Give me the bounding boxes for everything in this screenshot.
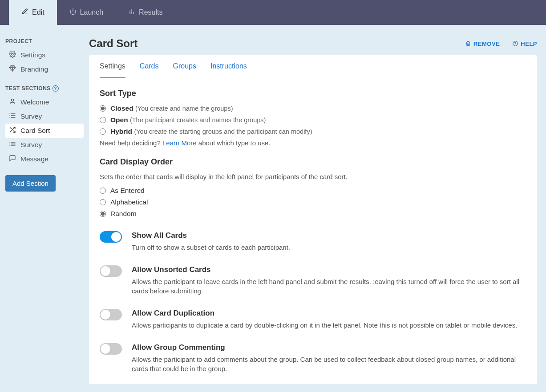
radio-closed[interactable]: Closed (You create and name the groups) — [100, 104, 526, 112]
radio-input-entered[interactable] — [100, 188, 106, 194]
radio-random[interactable]: Random — [100, 210, 526, 218]
sidebar-item-message[interactable]: Message — [5, 152, 84, 166]
toggle-title-unsorted: Allow Unsorted Cards — [132, 265, 526, 274]
power-icon — [69, 8, 77, 17]
radio-open[interactable]: Open (The participant creates and names … — [100, 116, 526, 124]
toggle-row-commenting: Allow Group CommentingAllows the partici… — [100, 343, 526, 373]
shuffle-icon — [9, 126, 16, 135]
list-icon — [9, 140, 16, 149]
tab-cards[interactable]: Cards — [140, 55, 159, 78]
display-order-heading: Card Display Order — [100, 157, 526, 167]
help-button[interactable]: HELP — [512, 40, 537, 47]
svg-point-1 — [11, 99, 13, 101]
radio-input-closed[interactable] — [100, 105, 106, 112]
trash-icon — [465, 40, 471, 47]
section-display-order: Card Display Order Sets the order that c… — [100, 157, 526, 218]
sidebar-item-welcome[interactable]: Welcome — [5, 95, 84, 109]
sort-type-help: Need help deciding? Learn More about whi… — [100, 139, 526, 147]
toggle-row-duplication: Allow Card DuplicationAllows participant… — [100, 309, 526, 330]
sort-type-heading: Sort Type — [100, 89, 526, 98]
radio-hybrid[interactable]: Hybrid (You create the starting groups a… — [100, 128, 526, 136]
radio-alpha[interactable]: Alphabetical — [100, 198, 526, 206]
toggle-desc-unsorted: Allows the participant to leave cards in… — [132, 277, 526, 296]
topnav-edit[interactable]: Edit — [9, 0, 57, 25]
tabs: SettingsCardsGroupsInstructions — [100, 55, 526, 78]
gear-icon — [9, 51, 16, 60]
toggle-title-duplication: Allow Card Duplication — [132, 309, 517, 318]
list-icon — [9, 112, 16, 121]
bars-icon — [128, 8, 135, 17]
sidebar-heading-project: PROJECT — [5, 38, 84, 44]
remove-button[interactable]: REMOVE — [465, 40, 500, 47]
main-content: Card Sort REMOVE HELP SettingsCardsGroup… — [89, 25, 546, 392]
radio-input-hybrid[interactable] — [100, 128, 106, 135]
radio-input-alpha[interactable] — [100, 199, 106, 205]
sidebar-heading-sections: TEST SECTIONS ? — [5, 85, 84, 92]
sidebar-item-card sort[interactable]: Card Sort — [5, 124, 84, 138]
radio-input-open[interactable] — [100, 117, 106, 123]
add-section-button[interactable]: Add Section — [5, 175, 56, 192]
help-icon — [512, 40, 518, 47]
toggle-commenting[interactable] — [100, 343, 122, 355]
chat-icon — [9, 155, 16, 164]
tab-groups[interactable]: Groups — [173, 55, 196, 78]
learn-more-link[interactable]: Learn More — [162, 139, 197, 147]
sidebar: PROJECT SettingsBranding TEST SECTIONS ?… — [0, 25, 89, 392]
help-icon[interactable]: ? — [53, 85, 59, 92]
topnav-results[interactable]: Results — [116, 0, 175, 25]
radio-input-random[interactable] — [100, 211, 106, 217]
sidebar-item-settings[interactable]: Settings — [5, 48, 84, 62]
toggle-desc-commenting: Allows the participant to add comments a… — [132, 355, 526, 373]
page-title: Card Sort — [89, 37, 138, 50]
edit-icon — [21, 8, 28, 17]
diamond-icon — [9, 65, 16, 74]
toggle-desc-duplication: Allows participants to duplicate a card … — [132, 320, 517, 330]
person-icon — [9, 98, 16, 107]
tab-instructions[interactable]: Instructions — [210, 55, 247, 78]
radio-entered[interactable]: As Entered — [100, 187, 526, 195]
top-nav: EditLaunchResults — [0, 0, 546, 25]
toggle-duplication[interactable] — [100, 309, 122, 320]
tab-settings[interactable]: Settings — [100, 55, 125, 78]
display-order-desc: Sets the order that cards will display i… — [100, 173, 526, 180]
topnav-launch[interactable]: Launch — [57, 0, 116, 25]
svg-point-0 — [12, 53, 13, 55]
section-sort-type: Sort Type Closed (You create and name th… — [100, 89, 526, 147]
sidebar-item-survey[interactable]: Survey — [5, 138, 84, 152]
toggle-row-unsorted: Allow Unsorted CardsAllows the participa… — [100, 265, 526, 296]
sidebar-item-survey[interactable]: Survey — [5, 109, 84, 124]
toggle-desc-show-all: Turn off to show a subset of cards to ea… — [132, 243, 290, 252]
sidebar-item-branding[interactable]: Branding — [5, 62, 84, 76]
toggle-row-show-all: Show All CardsTurn off to show a subset … — [100, 231, 526, 252]
toggle-title-commenting: Allow Group Commenting — [132, 343, 526, 352]
toggle-title-show-all: Show All Cards — [132, 231, 290, 240]
toggle-unsorted[interactable] — [100, 265, 122, 277]
toggle-show-all[interactable] — [100, 231, 122, 243]
